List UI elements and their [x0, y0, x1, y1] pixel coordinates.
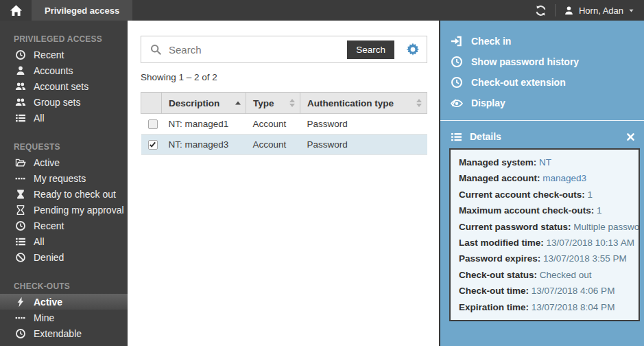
detail-value: Multiple passwords — [573, 222, 639, 232]
clock-icon — [451, 56, 463, 68]
clock-icon — [451, 76, 463, 89]
sidebar-item-requests-recent[interactable]: Recent — [0, 218, 128, 233]
panel-divider — [440, 120, 644, 121]
item-label: Denied — [34, 252, 64, 263]
sidebar-item-group-sets[interactable]: Group sets — [0, 94, 128, 110]
column-header-authentication-type[interactable]: Authentication type — [300, 93, 427, 114]
users-icon — [15, 97, 26, 108]
sign-in-icon — [451, 35, 463, 47]
row-checkbox[interactable] — [148, 119, 158, 129]
detail-value-link[interactable]: managed3 — [542, 173, 586, 183]
item-label: Recent — [34, 220, 64, 231]
hourglass-icon — [15, 189, 26, 200]
cell-auth: Password — [300, 135, 427, 155]
hourglass-outline-icon — [15, 205, 26, 216]
details-header: Details — [440, 126, 644, 147]
sort-icon — [289, 99, 295, 107]
sidebar-item-checkouts-active[interactable]: Active — [0, 294, 128, 310]
checkmark-icon — [149, 141, 156, 148]
search-bar: Search — [141, 36, 427, 63]
clock-icon — [15, 220, 26, 231]
action-label: Show password history — [471, 56, 579, 67]
detail-field-password-expires: Password expires: 13/07/2018 3:55 PM — [459, 251, 639, 266]
caret-down-icon — [628, 8, 634, 14]
item-label: Active — [34, 297, 62, 308]
ban-icon — [15, 252, 26, 263]
column-header-select[interactable] — [141, 93, 162, 114]
item-label: Account sets — [34, 81, 88, 92]
detail-field-expiration-time: Expiration time: 13/07/2018 8:04 PM — [459, 299, 639, 315]
table-row[interactable]: NT: managed3 Account Password — [141, 135, 427, 155]
sidebar-item-ready-to-check-out[interactable]: Ready to check out — [0, 186, 128, 202]
item-label: Recent — [34, 49, 64, 60]
gear-icon[interactable] — [406, 43, 420, 56]
action-show-password-history[interactable]: Show password history — [440, 51, 644, 72]
home-icon — [10, 4, 23, 17]
search-input[interactable] — [162, 44, 347, 56]
section-requests: REQUESTS Active My requests Ready to che… — [0, 139, 128, 265]
sidebar-item-requests-active[interactable]: Active — [0, 154, 128, 170]
sidebar-item-recent[interactable]: Recent — [0, 47, 128, 62]
sidebar-item-account-sets[interactable]: Account sets — [0, 78, 128, 94]
detail-field-managed-account: Managed account: managed3 — [459, 170, 639, 186]
action-display[interactable]: Display — [440, 93, 644, 113]
sidebar-item-requests-all[interactable]: All — [0, 233, 128, 249]
user-menu[interactable]: Horn, Adan — [564, 5, 634, 16]
column-header-type[interactable]: Type — [246, 93, 300, 114]
row-checkbox[interactable] — [148, 140, 158, 150]
list-icon — [15, 236, 26, 247]
ellipsis-icon — [15, 312, 26, 323]
tab-label: Privileged access — [45, 5, 119, 16]
search-button[interactable]: Search — [347, 41, 394, 59]
user-icon — [564, 5, 574, 16]
refresh-icon[interactable] — [535, 5, 547, 16]
cell-auth: Password — [300, 114, 427, 135]
home-button[interactable] — [0, 0, 32, 21]
action-check-out-extension[interactable]: Check-out extension — [440, 72, 644, 93]
detail-field-managed-system: Managed system: NT — [459, 154, 639, 170]
detail-field-check-out-status: Check-out status: Checked out — [459, 267, 639, 283]
sort-icon — [416, 99, 422, 107]
list-icon — [15, 113, 26, 124]
table-row[interactable]: NT: managed1 Account Password — [141, 114, 427, 135]
detail-value-link[interactable]: NT — [539, 157, 551, 168]
section-header: CHECK-OUTS — [0, 279, 128, 294]
close-icon[interactable] — [626, 132, 635, 141]
users-icon — [15, 81, 26, 92]
clock-icon — [15, 328, 26, 339]
sidebar-item-my-requests[interactable]: My requests — [0, 170, 128, 186]
sidebar-item-extendable[interactable]: Extendable — [0, 325, 128, 341]
sidebar-item-pending-my-approval[interactable]: Pending my approval — [0, 202, 128, 218]
sidebar-item-denied[interactable]: Denied — [0, 249, 128, 265]
cell-type: Account — [246, 135, 300, 155]
section-header: PRIVILEGED ACCESS — [0, 32, 128, 47]
sidebar-item-accounts[interactable]: Accounts — [0, 62, 128, 78]
item-label: All — [34, 236, 45, 247]
detail-value: 13/07/2018 10:13 AM — [547, 238, 634, 248]
action-check-in[interactable]: Check in — [440, 31, 644, 51]
item-label: Mine — [34, 312, 54, 323]
sidebar-item-all[interactable]: All — [0, 110, 128, 126]
cell-type: Account — [246, 114, 300, 135]
item-label: Pending my approval — [34, 205, 124, 216]
detail-value: 1 — [588, 189, 593, 200]
item-label: Ready to check out — [34, 189, 116, 200]
section-header: REQUESTS — [0, 139, 128, 154]
cell-description: NT: managed1 — [162, 114, 246, 135]
details-title: Details — [470, 131, 501, 142]
tab-privileged-access[interactable]: Privileged access — [32, 0, 132, 21]
detail-field-check-out-time: Check-out time: 13/07/2018 4:06 PM — [459, 283, 639, 299]
action-label: Check-out extension — [471, 77, 566, 88]
detail-field-last-modified-time: Last modified time: 13/07/2018 10:13 AM — [459, 235, 639, 251]
column-header-description[interactable]: Description — [162, 93, 246, 114]
action-label: Check in — [471, 36, 511, 47]
sidebar-item-mine[interactable]: Mine — [0, 310, 128, 325]
detail-value: 13/07/2018 8:04 PM — [532, 302, 615, 312]
user-name: Horn, Adan — [579, 5, 623, 16]
detail-value: 13/07/2018 4:06 PM — [532, 286, 615, 296]
action-label: Display — [471, 97, 505, 108]
item-label: Accounts — [34, 65, 73, 76]
detail-field-current-account-check-outs: Current account check-outs: 1 — [459, 187, 639, 203]
top-bar: Privileged access Horn, Adan — [0, 0, 644, 21]
details-panel: Managed system: NT Managed account: mana… — [449, 148, 640, 321]
